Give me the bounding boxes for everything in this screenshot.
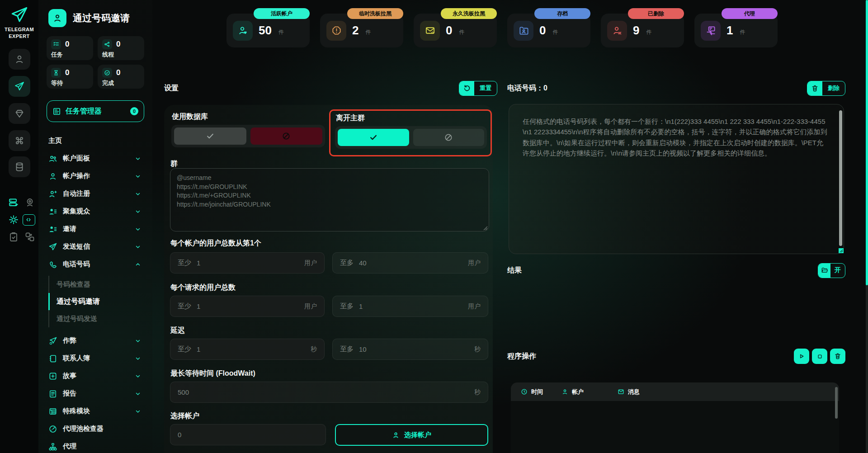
open-results-button[interactable]: 开 [818,263,845,278]
submenu-item-invite-by-number[interactable]: 通过号码邀请 [48,293,141,310]
textarea-resize-icon[interactable] [839,248,844,253]
selected-accounts-count-input[interactable]: 0 [170,424,326,445]
users-per-request-max-input[interactable]: 至多 1 用户 [332,296,488,317]
webcam-icon[interactable] [24,197,35,208]
users-per-account-min-input[interactable]: 至少 1 用户 [170,252,325,274]
person-icon [14,54,25,65]
table-scrollbar[interactable] [835,387,838,419]
leave-group-highlight: 离开主群 [329,109,492,156]
sidebar-stats: 0 任务 0 线程 0 等待 [47,36,144,89]
clear-log-button[interactable] [830,349,845,364]
floodwait-label: 最长等待时间 (FloodWait) [170,369,255,378]
sidebar: 通过号码邀请 0 任务 0 线程 [38,0,152,453]
page-scrollbar[interactable] [866,0,868,453]
delay-min-input[interactable]: 至少 1 秒 [170,339,325,360]
resize-grip-icon[interactable] [483,226,488,231]
start-button[interactable] [794,349,809,364]
rail-database-button[interactable] [9,156,30,177]
users-per-request-min-input[interactable]: 至少 1 用户 [170,296,325,317]
gear-icon[interactable] [8,214,19,225]
menu-item-gather-audience[interactable]: 聚集观众 [48,203,141,220]
submenu-item-number-checker[interactable]: 号码检查器 [48,276,141,293]
floodwait-input[interactable]: 500 秒 [170,382,488,403]
task-manager-button[interactable]: 任务管理器 0 [47,100,144,122]
phone-numbers-textarea[interactable] [509,104,844,254]
task-manager-label: 任务管理器 [66,107,102,116]
chevron-down-icon [135,226,141,232]
card-value: 9 [633,24,639,38]
chevron-down-icon [135,408,141,415]
menu-item-invite[interactable]: 邀请 [48,220,141,238]
rail-premium-button[interactable] [9,103,30,124]
menu-item-special-modules[interactable]: 特殊模块 [48,402,141,420]
menu-item-send-sms[interactable]: 发送短信 [48,238,141,255]
reset-label: 重置 [474,81,497,95]
menu-item-phone-numbers[interactable]: 电话号码 [48,255,141,273]
menu-item-home[interactable]: 主页 [48,132,141,150]
person-list-icon [48,207,57,216]
groups-label: 群 [170,159,178,169]
swap-icon[interactable] [24,231,35,242]
leave-group-yes-button[interactable] [338,129,409,146]
menu-item-stories[interactable]: 故事 [48,367,141,385]
menu-item-proxy-pool-checker[interactable]: 代理池检查器 [48,420,141,438]
settings-panel: 使用数据库 离开主群 群 每个帐户的用户总数从第1个 至少 1 用户 至多 40… [164,105,493,453]
menu-item-auto-register[interactable]: 自动注册 [48,185,141,203]
reset-button[interactable]: 重置 [459,81,497,96]
envelope-icon [618,388,624,395]
textarea-scrollbar[interactable] [839,110,842,246]
menu-item-reports[interactable]: 报告 [48,385,141,402]
hourglass-icon [51,68,61,78]
delay-max-input[interactable]: 至多 10 秒 [332,339,488,360]
use-database-yes-button[interactable] [174,127,246,145]
report-icon [48,389,57,398]
use-database-no-button[interactable] [250,127,323,145]
code-window-icon[interactable] [23,214,35,226]
page-title: 通过号码邀请 [73,12,130,24]
check-icon [206,132,215,141]
menu-item-account-actions[interactable]: 帐户操作 [48,167,141,185]
menu-item-contact-book[interactable]: 联系人簿 [48,349,141,367]
clipboard-check-icon[interactable] [8,231,19,242]
card-unit: 件 [459,25,464,36]
person-icon [48,172,57,181]
users-per-request-label: 每个请求的用户总数 [170,283,236,293]
sitemap-icon [48,442,57,451]
stat-tasks: 0 任务 [47,36,93,60]
rail-sender-button[interactable] [9,76,30,97]
settings-header: 设置 重置 [164,80,497,97]
operations-table: 时间 帐户 消息 [511,382,839,453]
stat-value: 0 [65,40,69,49]
stop-button[interactable] [812,349,827,364]
delete-button[interactable]: 删除 [807,81,845,96]
person-list-icon [48,225,57,234]
page-scrollbar-thumb[interactable] [866,0,868,285]
stat-value: 0 [116,40,120,49]
stat-threads: 0 线程 [98,36,144,60]
submenu-item-send-by-number[interactable]: 通过号码发送 [48,310,141,327]
module-window-icon [48,407,57,416]
card-unit: 件 [365,25,371,36]
chevron-down-icon [135,391,141,397]
check-icon [369,133,378,142]
groups-textarea[interactable] [170,168,489,231]
use-database-label: 使用数据库 [172,112,208,122]
card-unit: 件 [552,25,558,36]
leave-group-no-button[interactable] [413,129,485,146]
alert-octagon-icon [326,21,346,41]
menu-item-proxy[interactable]: 代理 [48,438,141,453]
proxy-server-icon [701,21,721,41]
rail-accounts-button[interactable] [9,49,30,70]
users-per-account-max-input[interactable]: 至多 40 用户 [332,252,488,274]
server-check-icon[interactable] [8,197,19,208]
menu-item-cheat[interactable]: 作弊 [48,332,141,349]
clock-icon [521,388,528,395]
rail-command-button[interactable] [9,130,30,151]
select-accounts-button[interactable]: 选择帐户 [335,424,488,446]
delay-label: 延迟 [170,326,185,335]
stat-value: 0 [116,68,120,77]
diamond-icon [14,108,25,119]
menu-item-account-panel[interactable]: 帐户面板 [48,150,141,167]
card-value: 2 [352,24,359,38]
stat-label: 等待 [51,79,89,87]
